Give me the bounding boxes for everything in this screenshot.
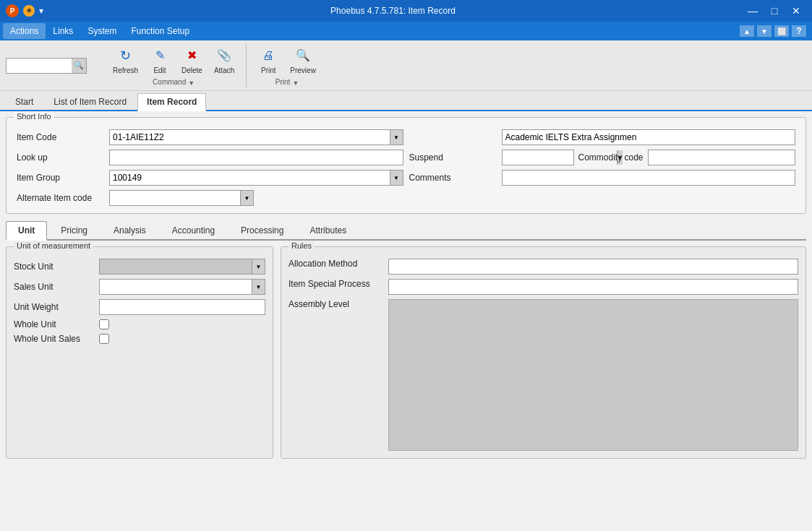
scroll-up-btn[interactable]: ▲ <box>740 25 754 37</box>
commodity-code-input[interactable] <box>648 150 795 165</box>
command-expand-icon: ▼ <box>188 79 195 87</box>
edit-label: Edit <box>153 66 166 74</box>
whole-unit-checkbox[interactable] <box>99 319 109 329</box>
stock-unit-label: Stock Unit <box>14 262 93 272</box>
refresh-icon: ↻ <box>116 46 136 66</box>
tab-pricing[interactable]: Pricing <box>48 221 100 239</box>
whole-unit-row <box>99 319 265 329</box>
menu-actions[interactable]: Actions <box>3 23 46 39</box>
item-name-input[interactable] <box>502 129 796 145</box>
tab-accounting[interactable]: Accounting <box>160 221 227 239</box>
stock-unit-field[interactable]: ▼ <box>99 259 265 275</box>
search-input[interactable] <box>7 59 72 73</box>
allocation-method-label: Allocation Method <box>289 259 383 269</box>
minimize-button[interactable]: — <box>743 4 763 18</box>
item-code-field[interactable]: ▼ <box>109 129 403 145</box>
whole-unit-sales-checkbox[interactable] <box>99 334 109 344</box>
item-code-label: Item Code <box>17 132 103 142</box>
suspend-field[interactable]: ▼ <box>502 150 574 165</box>
tab-processing[interactable]: Processing <box>228 221 296 239</box>
assembly-level-label: Assembly Level <box>289 299 383 309</box>
tab-unit[interactable]: Unit <box>6 221 47 241</box>
item-code-input[interactable] <box>110 130 390 144</box>
unit-weight-input[interactable] <box>99 299 265 315</box>
tab-analysis[interactable]: Analysis <box>101 221 158 239</box>
attach-icon: 📎 <box>214 46 234 66</box>
unit-tab-content: Unit of measurement Stock Unit ▼ Sales U… <box>6 246 806 459</box>
uom-grid: Stock Unit ▼ Sales Unit ▼ Unit Weight Wh… <box>14 254 265 344</box>
title-bar: P ☀ ▾ Phoebus 4.7.5.781: Item Record — □… <box>0 0 812 22</box>
breadcrumb-start[interactable]: Start <box>6 93 43 110</box>
search-button[interactable]: 🔍 <box>72 59 86 73</box>
commodity-code-label: Commodity code <box>578 152 644 163</box>
toolbar-search[interactable]: 🔍 <box>6 58 87 74</box>
command-group-label: Command <box>153 78 186 87</box>
comments-input[interactable] <box>502 170 796 186</box>
lookup-input[interactable] <box>109 150 403 165</box>
stock-unit-arrow[interactable]: ▼ <box>252 259 265 274</box>
command-group: ↻ Refresh ✎ Edit ✖ Delete 📎 Attach Comma… <box>101 44 247 87</box>
preview-label: Preview <box>290 66 316 74</box>
item-special-process-input[interactable] <box>388 279 798 295</box>
print-buttons: 🖨 Print 🔍 Preview <box>254 44 320 76</box>
sales-unit-label: Sales Unit <box>14 282 93 292</box>
sales-unit-field[interactable]: ▼ <box>99 279 265 295</box>
breadcrumb: Start List of Item Record Item Record <box>0 91 812 111</box>
unit-weight-label: Unit Weight <box>14 302 93 312</box>
delete-button[interactable]: ✖ Delete <box>177 44 207 76</box>
assembly-level-area <box>388 299 798 451</box>
allocation-method-input[interactable] <box>388 259 798 275</box>
print-expand-icon: ▼ <box>292 79 299 87</box>
refresh-button[interactable]: ↻ Refresh <box>108 44 142 76</box>
toolbar: 🔍 ↻ Refresh ✎ Edit ✖ Delete 📎 Attach Com… <box>0 40 812 91</box>
scroll-down-btn[interactable]: ▼ <box>757 25 772 37</box>
item-group-arrow[interactable]: ▼ <box>390 170 403 185</box>
rules-grid: Allocation Method Item Special Process A… <box>289 254 798 451</box>
suspend-label: Suspend <box>409 152 496 163</box>
app-logo: P <box>6 4 19 17</box>
whole-unit-sales-label: Whole Unit Sales <box>14 334 93 344</box>
item-group-field[interactable]: ▼ <box>109 170 403 186</box>
menu-bar: Actions Links System Function Setup ▲ ▼ … <box>0 22 812 40</box>
lookup-label: Look up <box>17 152 103 163</box>
maximize-button[interactable]: □ <box>764 4 785 18</box>
tab-bar: Unit Pricing Analysis Accounting Process… <box>6 221 806 241</box>
help-button[interactable]: ? <box>792 25 806 37</box>
breadcrumb-list-item-record[interactable]: List of Item Record <box>44 93 136 110</box>
attach-button[interactable]: 📎 Attach <box>210 44 239 76</box>
preview-icon: 🔍 <box>293 46 313 66</box>
window-icon[interactable]: ⬜ <box>774 25 789 37</box>
print-label: Print <box>261 66 276 74</box>
command-buttons: ↻ Refresh ✎ Edit ✖ Delete 📎 Attach <box>108 44 239 76</box>
edit-button[interactable]: ✎ Edit <box>145 44 174 76</box>
preview-button[interactable]: 🔍 Preview <box>286 44 320 76</box>
edit-icon: ✎ <box>150 46 170 66</box>
alternate-item-field[interactable]: ▼ <box>109 190 254 206</box>
item-special-process-label: Item Special Process <box>289 279 383 289</box>
uom-section: Unit of measurement Stock Unit ▼ Sales U… <box>6 246 273 459</box>
alternate-item-arrow[interactable]: ▼ <box>240 191 253 205</box>
rules-section: Rules Allocation Method Item Special Pro… <box>281 246 806 459</box>
stock-unit-input[interactable] <box>100 259 252 274</box>
breadcrumb-item-record[interactable]: Item Record <box>137 93 206 111</box>
main-content: Short Info Item Code ▼ Look up Suspend ▼… <box>0 111 812 531</box>
app-logo2: ☀ <box>23 5 35 17</box>
attach-label: Attach <box>214 66 234 74</box>
tab-attributes[interactable]: Attributes <box>297 221 359 239</box>
menu-links[interactable]: Links <box>46 23 80 39</box>
print-group: 🖨 Print 🔍 Preview Print ▼ <box>247 44 328 87</box>
print-icon: 🖨 <box>258 46 278 66</box>
sales-unit-arrow[interactable]: ▼ <box>252 280 265 294</box>
sales-unit-input[interactable] <box>100 280 252 294</box>
whole-unit-sales-row <box>99 334 265 344</box>
item-group-input[interactable] <box>110 170 390 185</box>
menu-function-setup[interactable]: Function Setup <box>124 23 197 39</box>
alternate-item-input[interactable] <box>110 191 240 205</box>
title-bar-left: P ☀ ▾ <box>6 4 43 17</box>
rules-title: Rules <box>289 241 315 250</box>
close-button[interactable]: ✕ <box>786 4 806 18</box>
print-button[interactable]: 🖨 Print <box>254 44 283 76</box>
item-code-arrow[interactable]: ▼ <box>390 130 403 144</box>
menu-system[interactable]: System <box>80 23 124 39</box>
short-info-title: Short Info <box>14 112 54 121</box>
